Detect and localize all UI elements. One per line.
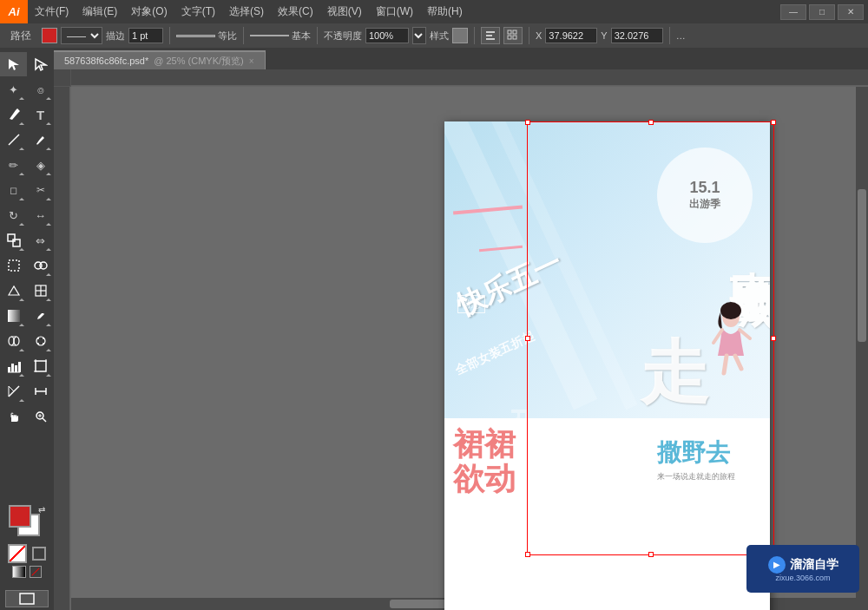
blob-brush-icon: ◈ xyxy=(36,159,45,172)
shape-builder-tool-btn[interactable] xyxy=(27,253,54,278)
minimize-button[interactable]: — xyxy=(780,4,806,20)
maximize-button[interactable]: □ xyxy=(809,4,835,20)
canvas-area[interactable]: 15.1 出游季 惠顾全城 快乐五一 全部女装五折起 特惠 走 撒野去 RAVE xyxy=(54,69,868,610)
menu-select[interactable]: 选择(S) xyxy=(222,0,271,23)
slice-tool-btn[interactable] xyxy=(0,379,27,403)
gradient-btn[interactable] xyxy=(12,566,26,578)
tab-filename: 587638f6c86fc.psd* xyxy=(64,56,148,66)
tool-arrow xyxy=(19,121,24,125)
tool-arrow xyxy=(46,323,51,326)
rotate-tool-btn[interactable]: ↻ xyxy=(0,203,27,227)
tool-arrow xyxy=(19,197,24,200)
scissors-tool-btn[interactable]: ✂ xyxy=(27,178,54,202)
svg-rect-31 xyxy=(18,362,21,372)
stroke-type-select[interactable]: —— xyxy=(61,27,102,44)
menu-object[interactable]: 对象(O) xyxy=(124,0,174,23)
tool-arrow xyxy=(19,398,24,402)
color-boxes[interactable]: ⇄ xyxy=(9,505,45,541)
bottom-blue-text: 撒野去 xyxy=(657,440,761,467)
swap-colors-icon[interactable]: ⇄ xyxy=(38,505,45,515)
divider-6 xyxy=(669,27,670,44)
align-icon xyxy=(484,30,496,42)
handle-rm[interactable] xyxy=(771,336,776,341)
opacity-input[interactable] xyxy=(365,28,409,43)
divider-4 xyxy=(474,27,475,44)
lasso-tool-btn[interactable]: ⌾ xyxy=(27,77,54,102)
svg-marker-7 xyxy=(9,59,19,70)
reflect-tool-btn[interactable]: ↔ xyxy=(27,203,54,227)
eraser-tool-btn[interactable]: ◻ xyxy=(0,178,27,202)
stroke-weight-input[interactable] xyxy=(128,28,163,43)
stroke-ratio-label: 等比 xyxy=(218,30,237,43)
handle-tr[interactable] xyxy=(771,120,776,125)
x-value-input[interactable] xyxy=(545,28,597,43)
align-icon-btn[interactable] xyxy=(481,27,500,44)
eyedropper-tool-btn[interactable] xyxy=(27,304,54,328)
direct-selection-tool-btn[interactable] xyxy=(27,52,54,76)
style-swatch[interactable] xyxy=(452,28,468,43)
width-tool-btn[interactable]: ⇔ xyxy=(27,228,54,253)
stroke-none-box[interactable] xyxy=(32,547,46,561)
type-tool-btn[interactable]: T xyxy=(27,102,54,127)
svg-rect-30 xyxy=(15,365,17,372)
menu-file[interactable]: 文件(F) xyxy=(28,0,76,23)
close-button[interactable]: ✕ xyxy=(838,4,864,20)
free-transform-tool-btn[interactable] xyxy=(0,253,27,278)
line-tool-btn[interactable] xyxy=(0,128,27,152)
tool-arrow xyxy=(19,222,24,226)
column-graph-tool-btn[interactable] xyxy=(0,354,27,378)
svg-point-26 xyxy=(37,343,39,344)
svg-rect-33 xyxy=(36,361,46,371)
pen-tool-btn[interactable] xyxy=(0,102,27,127)
blob-brush-tool-btn[interactable]: ◈ xyxy=(27,153,54,177)
document-canvas: 15.1 出游季 惠顾全城 快乐五一 全部女装五折起 特惠 走 撒野去 RAVE xyxy=(71,87,868,610)
tab-close-btn[interactable]: × xyxy=(249,56,254,66)
artboard-tool-btn[interactable] xyxy=(27,354,54,378)
ai-logo: Ai xyxy=(0,0,28,23)
draw-normal-btn[interactable] xyxy=(5,590,49,607)
tool-row-13 xyxy=(0,354,54,378)
watermark-play-icon: ▶ xyxy=(768,556,786,574)
grid-icon-btn[interactable] xyxy=(503,27,523,44)
svg-line-43 xyxy=(43,418,46,422)
y-value-input[interactable] xyxy=(611,28,663,43)
none-btn[interactable] xyxy=(30,566,42,578)
pencil-tool-btn[interactable]: ✏ xyxy=(0,153,27,177)
tool-row-2: ✦ ⌾ xyxy=(0,77,54,102)
basic-line-preview xyxy=(250,35,289,36)
watermark-url: zixue.3066.com xyxy=(775,574,830,582)
stroke-color-box[interactable] xyxy=(42,28,57,43)
paintbrush-tool-btn[interactable] xyxy=(27,128,54,152)
svg-rect-12 xyxy=(9,260,19,271)
fill-none-box[interactable] xyxy=(8,544,27,563)
more-options-btn[interactable]: … xyxy=(676,30,686,41)
menu-window[interactable]: 窗口(W) xyxy=(369,0,420,23)
menu-type[interactable]: 文字(T) xyxy=(174,0,222,23)
perspective-grid-tool-btn[interactable] xyxy=(0,279,27,303)
menu-help[interactable]: 帮助(H) xyxy=(420,0,470,23)
eraser-icon: ◻ xyxy=(10,185,17,196)
options-bar: 路径 —— 描边 等比 基本 不透明度 ▼ 样式 X Y … xyxy=(0,23,868,48)
foreground-color-box[interactable] xyxy=(9,505,31,528)
magic-wand-tool-btn[interactable]: ✦ xyxy=(0,77,27,102)
bottom-text-yudong: 欲动 xyxy=(453,462,516,496)
grid-icon xyxy=(507,30,519,42)
free-transform-icon xyxy=(7,259,21,272)
svg-rect-28 xyxy=(8,367,10,372)
zoom-tool-btn[interactable] xyxy=(27,404,54,429)
hand-tool-btn[interactable] xyxy=(0,404,27,429)
opacity-dropdown[interactable]: ▼ xyxy=(412,27,426,44)
mesh-tool-btn[interactable] xyxy=(27,279,54,303)
divider-3 xyxy=(317,27,318,44)
measure-tool-btn[interactable] xyxy=(27,379,54,403)
scale-tool-btn[interactable] xyxy=(0,228,27,253)
gradient-tool-btn[interactable] xyxy=(0,304,27,328)
selection-tool-btn[interactable] xyxy=(0,52,27,76)
symbol-sprayer-tool-btn[interactable] xyxy=(27,329,54,353)
menu-edit[interactable]: 编辑(E) xyxy=(76,0,124,23)
blend-tool-btn[interactable] xyxy=(0,329,27,353)
document-tab[interactable]: 587638f6c86fc.psd* @ 25% (CMYK/预览) × xyxy=(54,50,266,69)
menu-effect[interactable]: 效果(C) xyxy=(271,0,320,23)
shape-builder-icon xyxy=(34,259,48,272)
menu-view[interactable]: 视图(V) xyxy=(320,0,369,23)
